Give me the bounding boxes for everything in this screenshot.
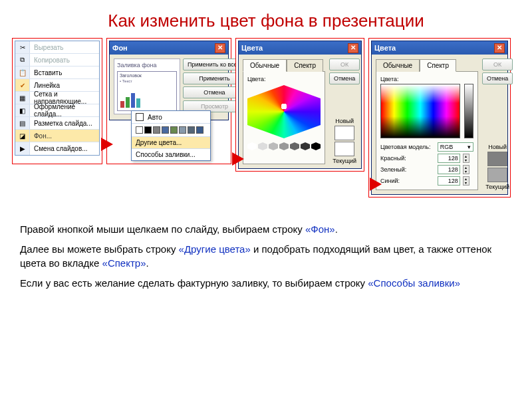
keyword-other-colors: «Другие цвета» <box>179 243 251 255</box>
bg-dialog-titlebar: Фон ✕ <box>110 41 228 55</box>
arrow-icon <box>101 138 113 151</box>
fill-group: Заливка фона Заголовок • Текст <box>114 59 180 114</box>
model-select[interactable]: RGB▾ <box>438 142 473 152</box>
copy-icon: ⧉ <box>15 54 30 66</box>
design-icon: ◧ <box>15 104 30 116</box>
arrow-icon <box>370 178 382 191</box>
colors-label: Цвета: <box>380 76 473 82</box>
ctx-design[interactable]: ◧Оформление слайда... <box>15 104 99 117</box>
blue-label: Синий: <box>380 178 435 184</box>
swatch[interactable] <box>170 126 178 134</box>
colors-std-titlebar: Цвета ✕ <box>239 41 361 55</box>
fill-group-label: Заливка фона <box>117 62 177 68</box>
tab-standard[interactable]: Обычные <box>243 59 287 72</box>
keyword-fill-methods: «Способы заливки» <box>368 277 460 289</box>
colors-std-title: Цвета <box>241 44 263 52</box>
paste-icon: 📋 <box>15 66 30 78</box>
new-label: Новый <box>488 144 507 150</box>
ctx-copy[interactable]: ⧉Копировать <box>15 54 99 66</box>
swatch[interactable] <box>188 126 195 134</box>
tab-spectrum[interactable]: Спектр <box>287 59 323 72</box>
tab-standard[interactable]: Обычные <box>376 59 420 72</box>
green-label: Зеленый: <box>380 166 435 173</box>
more-colors-row[interactable]: Другие цвета... <box>132 136 210 148</box>
current-color-preview <box>487 168 507 182</box>
cut-icon: ✂ <box>15 41 30 53</box>
bg-dialog-title: Фон <box>112 44 128 52</box>
check-icon: ✔ <box>15 79 30 91</box>
slide-thumbnail: Заголовок • Текст <box>117 71 177 111</box>
gray-swatch[interactable] <box>269 142 278 150</box>
color-dropdown: Авто Другие цвета... Способы заливки... <box>131 110 211 161</box>
gray-swatch[interactable] <box>311 142 321 150</box>
panel-colors-standard: Цвета ✕ Обычные Спектр Цвета: <box>235 38 364 172</box>
spectrum-picker[interactable] <box>380 84 460 138</box>
current-color-preview <box>334 142 354 156</box>
ctx-paste[interactable]: 📋Вставить <box>15 66 99 79</box>
colors-std-dialog: Цвета ✕ Обычные Спектр Цвета: <box>238 41 362 169</box>
gray-swatch[interactable] <box>258 142 267 150</box>
new-color-preview <box>487 152 507 166</box>
gray-swatch[interactable] <box>301 142 310 150</box>
panel-bg-dialog: Фон ✕ Заливка фона Заголовок • Текст <box>106 38 231 164</box>
arrow-icon <box>232 152 244 166</box>
layout-icon: ▤ <box>15 117 30 129</box>
panel-context-menu: ✂Вырезать ⧉Копировать 📋Вставить ✔Линейка… <box>12 38 102 164</box>
swatch[interactable] <box>196 126 203 134</box>
cancel-button[interactable]: Отмена <box>329 72 360 84</box>
swatch[interactable] <box>144 126 152 134</box>
swatch[interactable] <box>179 126 186 134</box>
close-button[interactable]: ✕ <box>215 43 225 53</box>
ok-button[interactable]: ОК <box>482 59 513 70</box>
ok-button[interactable]: ОК <box>329 59 360 70</box>
hex-color-picker[interactable] <box>247 85 321 158</box>
current-label: Текущий <box>332 158 356 164</box>
chevron-down-icon: ▾ <box>467 144 471 150</box>
new-color-preview <box>334 126 354 140</box>
red-label: Красный: <box>380 155 435 162</box>
red-input[interactable] <box>438 154 460 163</box>
blue-input[interactable] <box>438 176 460 186</box>
gray-swatch[interactable] <box>279 142 289 150</box>
ctx-transition[interactable]: ▶Смена слайдов... <box>15 142 99 155</box>
tab-spectrum[interactable]: Спектр <box>420 59 456 72</box>
transition-icon: ▶ <box>15 142 30 155</box>
grid-icon: ▦ <box>15 92 30 104</box>
instruction-text: Правой кнопкой мыши щелкаем по слайду, в… <box>0 211 532 290</box>
ctx-layout[interactable]: ▤Разметка слайда... <box>15 117 99 130</box>
colors-label: Цвета: <box>247 76 321 82</box>
bg-dialog: Фон ✕ Заливка фона Заголовок • Текст <box>109 41 229 120</box>
swatch[interactable] <box>136 126 143 134</box>
panels-row: ✂Вырезать ⧉Копировать 📋Вставить ✔Линейка… <box>0 38 532 211</box>
green-input[interactable] <box>438 165 460 174</box>
new-label: Новый <box>335 118 354 124</box>
context-menu: ✂Вырезать ⧉Копировать 📋Вставить ✔Линейка… <box>15 41 100 156</box>
swatch[interactable] <box>162 126 169 134</box>
gray-swatch[interactable] <box>290 142 299 150</box>
model-label: Цветовая модель: <box>380 144 435 150</box>
page-title: Как изменить цвет фона в презентации <box>0 0 532 38</box>
colors-spec-dialog: Цвета ✕ Обычные Спектр Цвета: <box>371 41 508 195</box>
ctx-cut[interactable]: ✂Вырезать <box>15 41 99 54</box>
fill-icon: ◪ <box>15 130 30 142</box>
keyword-fon: «Фон» <box>305 223 335 235</box>
spinner[interactable]: ▴▾ <box>463 154 469 163</box>
ctx-background[interactable]: ◪Фон... <box>15 130 99 142</box>
close-button[interactable]: ✕ <box>494 43 505 53</box>
close-button[interactable]: ✕ <box>348 43 358 53</box>
colors-spec-titlebar: Цвета ✕ <box>372 41 507 55</box>
colors-spec-title: Цвета <box>374 44 396 52</box>
color-swatches[interactable] <box>132 123 210 136</box>
auto-swatch <box>136 113 144 121</box>
fill-effects-row[interactable]: Способы заливки... <box>132 148 210 160</box>
rgb-inputs: Цветовая модель: RGB▾ Красный:▴▾ Зеленый… <box>380 142 473 186</box>
luminance-slider[interactable] <box>460 84 473 138</box>
current-label: Текущий <box>485 184 509 190</box>
gray-swatch[interactable] <box>247 142 257 150</box>
auto-color-row[interactable]: Авто <box>132 111 210 123</box>
spinner[interactable]: ▴▾ <box>463 176 469 186</box>
keyword-spectrum: «Спектр» <box>102 257 146 269</box>
swatch[interactable] <box>153 126 160 134</box>
cancel-button[interactable]: Отмена <box>482 72 513 84</box>
spinner[interactable]: ▴▾ <box>463 165 469 174</box>
